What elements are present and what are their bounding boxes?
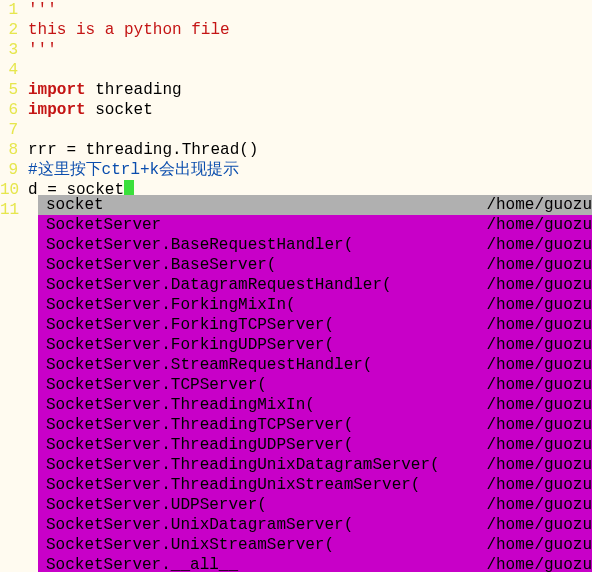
autocomplete-item-path: /home/guozu bbox=[478, 395, 592, 415]
line-number: 7 bbox=[0, 120, 18, 140]
autocomplete-item-path: /home/guozu bbox=[478, 195, 592, 215]
autocomplete-item-name: SocketServer.ThreadingMixIn( bbox=[46, 395, 478, 415]
code-token: import bbox=[28, 101, 86, 119]
code-line[interactable]: #这里按下ctrl+k会出现提示 bbox=[28, 160, 592, 180]
line-number: 2 bbox=[0, 20, 18, 40]
line-number: 1 bbox=[0, 0, 18, 20]
autocomplete-item-name: SocketServer.UnixDatagramServer( bbox=[46, 515, 478, 535]
autocomplete-item-name: socket bbox=[46, 195, 478, 215]
code-line[interactable]: ''' bbox=[28, 0, 592, 20]
autocomplete-item[interactable]: SocketServer.ForkingTCPServer(/home/guoz… bbox=[38, 315, 592, 335]
code-token: threading bbox=[86, 81, 182, 99]
line-number: 9 bbox=[0, 160, 18, 180]
code-token: import bbox=[28, 81, 86, 99]
line-number: 3 bbox=[0, 40, 18, 60]
autocomplete-item-name: SocketServer.StreamRequestHandler( bbox=[46, 355, 478, 375]
autocomplete-item-name: SocketServer.UDPServer( bbox=[46, 495, 478, 515]
autocomplete-item[interactable]: SocketServer.ThreadingUnixStreamServer(/… bbox=[38, 475, 592, 495]
autocomplete-item-name: SocketServer.UnixStreamServer( bbox=[46, 535, 478, 555]
code-line[interactable] bbox=[28, 120, 592, 140]
line-number: 8 bbox=[0, 140, 18, 160]
autocomplete-item-path: /home/guozu bbox=[478, 275, 592, 295]
autocomplete-item[interactable]: SocketServer.TCPServer(/home/guozu bbox=[38, 375, 592, 395]
autocomplete-item-path: /home/guozu bbox=[478, 255, 592, 275]
autocomplete-item-name: SocketServer.ThreadingUnixDatagramServer… bbox=[46, 455, 478, 475]
autocomplete-item-name: SocketServer.ThreadingUnixStreamServer( bbox=[46, 475, 478, 495]
code-line[interactable] bbox=[28, 60, 592, 80]
autocomplete-item[interactable]: SocketServer/home/guozu bbox=[38, 215, 592, 235]
autocomplete-item-name: SocketServer.TCPServer( bbox=[46, 375, 478, 395]
line-number: 11 bbox=[0, 200, 18, 220]
autocomplete-item-path: /home/guozu bbox=[478, 475, 592, 495]
autocomplete-item-name: SocketServer.BaseRequestHandler( bbox=[46, 235, 478, 255]
autocomplete-item[interactable]: socket/home/guozu bbox=[38, 195, 592, 215]
code-token: socket bbox=[86, 101, 153, 119]
code-line[interactable]: import socket bbox=[28, 100, 592, 120]
autocomplete-item-name: SocketServer.__all__ bbox=[46, 555, 478, 572]
autocomplete-item-name: SocketServer bbox=[46, 215, 478, 235]
autocomplete-item-path: /home/guozu bbox=[478, 455, 592, 475]
autocomplete-popup[interactable]: socket/home/guozuSocketServer/home/guozu… bbox=[38, 195, 592, 572]
autocomplete-item[interactable]: SocketServer.BaseServer(/home/guozu bbox=[38, 255, 592, 275]
line-number-gutter: 1234567891011 bbox=[0, 0, 22, 572]
autocomplete-item-path: /home/guozu bbox=[478, 495, 592, 515]
code-token: ''' bbox=[28, 41, 57, 59]
autocomplete-item[interactable]: SocketServer.BaseRequestHandler(/home/gu… bbox=[38, 235, 592, 255]
autocomplete-item-name: SocketServer.BaseServer( bbox=[46, 255, 478, 275]
autocomplete-item-name: SocketServer.ForkingUDPServer( bbox=[46, 335, 478, 355]
autocomplete-item-path: /home/guozu bbox=[478, 415, 592, 435]
autocomplete-item[interactable]: SocketServer.StreamRequestHandler(/home/… bbox=[38, 355, 592, 375]
autocomplete-item-path: /home/guozu bbox=[478, 235, 592, 255]
autocomplete-item-name: SocketServer.ThreadingUDPServer( bbox=[46, 435, 478, 455]
autocomplete-item-path: /home/guozu bbox=[478, 295, 592, 315]
autocomplete-item-path: /home/guozu bbox=[478, 375, 592, 395]
autocomplete-item[interactable]: SocketServer.ThreadingMixIn(/home/guozu bbox=[38, 395, 592, 415]
autocomplete-item-path: /home/guozu bbox=[478, 555, 592, 572]
autocomplete-item-name: SocketServer.DatagramRequestHandler( bbox=[46, 275, 478, 295]
autocomplete-item[interactable]: SocketServer.ThreadingTCPServer(/home/gu… bbox=[38, 415, 592, 435]
autocomplete-item-name: SocketServer.ForkingMixIn( bbox=[46, 295, 478, 315]
line-number: 5 bbox=[0, 80, 18, 100]
autocomplete-item[interactable]: SocketServer.ForkingUDPServer(/home/guoz… bbox=[38, 335, 592, 355]
autocomplete-item-path: /home/guozu bbox=[478, 215, 592, 235]
code-line[interactable]: ''' bbox=[28, 40, 592, 60]
line-number: 10 bbox=[0, 180, 18, 200]
autocomplete-item-name: SocketServer.ThreadingTCPServer( bbox=[46, 415, 478, 435]
autocomplete-item-name: SocketServer.ForkingTCPServer( bbox=[46, 315, 478, 335]
autocomplete-item[interactable]: SocketServer.ForkingMixIn(/home/guozu bbox=[38, 295, 592, 315]
line-number: 4 bbox=[0, 60, 18, 80]
line-number: 6 bbox=[0, 100, 18, 120]
code-token: #这里按下ctrl+k会出现提示 bbox=[28, 161, 239, 179]
autocomplete-item-path: /home/guozu bbox=[478, 315, 592, 335]
code-line[interactable]: this is a python file bbox=[28, 20, 592, 40]
autocomplete-item[interactable]: SocketServer.__all__/home/guozu bbox=[38, 555, 592, 572]
code-line[interactable]: import threading bbox=[28, 80, 592, 100]
autocomplete-item[interactable]: SocketServer.UnixDatagramServer(/home/gu… bbox=[38, 515, 592, 535]
autocomplete-item[interactable]: SocketServer.ThreadingUnixDatagramServer… bbox=[38, 455, 592, 475]
autocomplete-item[interactable]: SocketServer.UDPServer(/home/guozu bbox=[38, 495, 592, 515]
autocomplete-item-path: /home/guozu bbox=[478, 435, 592, 455]
autocomplete-item-path: /home/guozu bbox=[478, 535, 592, 555]
code-token: ''' bbox=[28, 1, 57, 19]
autocomplete-item-path: /home/guozu bbox=[478, 355, 592, 375]
autocomplete-item[interactable]: SocketServer.DatagramRequestHandler(/hom… bbox=[38, 275, 592, 295]
autocomplete-item[interactable]: SocketServer.ThreadingUDPServer(/home/gu… bbox=[38, 435, 592, 455]
autocomplete-item[interactable]: SocketServer.UnixStreamServer(/home/guoz… bbox=[38, 535, 592, 555]
code-token: rrr = threading.Thread() bbox=[28, 141, 258, 159]
code-token: this is a python file bbox=[28, 21, 230, 39]
code-line[interactable]: rrr = threading.Thread() bbox=[28, 140, 592, 160]
autocomplete-item-path: /home/guozu bbox=[478, 335, 592, 355]
autocomplete-item-path: /home/guozu bbox=[478, 515, 592, 535]
